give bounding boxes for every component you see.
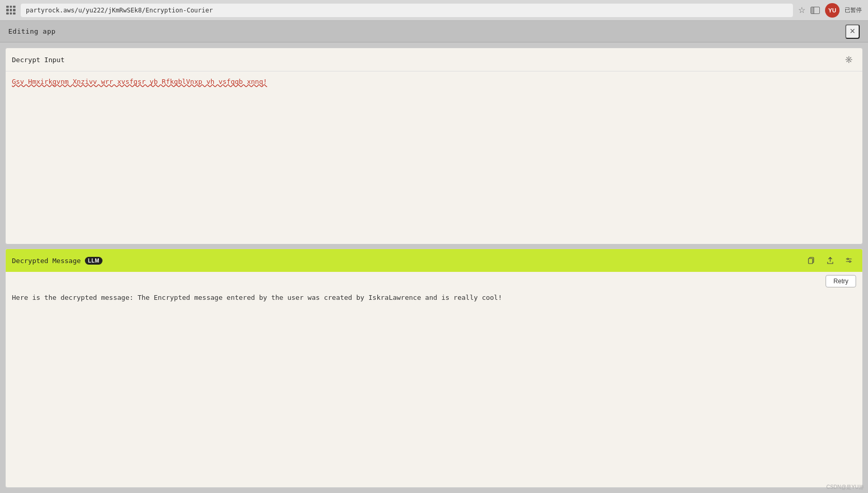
browser-actions: ☆ YU 已暂停	[798, 3, 862, 18]
svg-line-8	[847, 61, 848, 62]
settings-icon	[845, 56, 852, 63]
user-status-label: 已暂停	[845, 6, 862, 14]
svg-line-7	[850, 57, 851, 59]
copy-button[interactable]	[804, 253, 819, 268]
decrypted-message-body: Here is the decrypted message: The Encry…	[6, 287, 862, 487]
retry-row: Retry	[6, 272, 862, 287]
browser-chrome: partyrock.aws/u/yu222/jKmRwSEk8/Encrypti…	[0, 0, 868, 21]
llm-badge: LLM	[85, 257, 102, 265]
app-header: Editing app ×	[0, 21, 868, 42]
app-container: Editing app × Decrypt Input	[0, 21, 868, 493]
export-icon	[827, 257, 834, 264]
svg-point-14	[849, 261, 851, 263]
decrypt-input-header: Decrypt Input	[6, 48, 862, 71]
app-title: Editing app	[8, 27, 845, 35]
decrypt-input-actions	[842, 52, 856, 67]
decrypt-input-settings-button[interactable]	[842, 52, 856, 67]
decrypted-message-actions	[804, 253, 856, 268]
url-text: partyrock.aws/u/yu222/jKmRwSEk8/Encrypti…	[26, 7, 213, 14]
decrypt-input-text: Gsv Hmxirkgvnm Xnzivv wrr xvsfgsr yb Rfk…	[12, 78, 267, 85]
decrypted-message-panel: Decrypted Message LLM	[5, 249, 863, 488]
retry-button[interactable]: Retry	[826, 275, 856, 287]
decrypted-settings-button[interactable]	[842, 253, 856, 268]
decrypted-output-text: Here is the decrypted message: The Encry…	[12, 294, 502, 301]
decrypted-settings-icon	[845, 257, 852, 264]
sidebar-toggle-icon[interactable]	[811, 7, 820, 14]
browser-menu-icon[interactable]	[6, 6, 16, 15]
close-button[interactable]: ×	[845, 24, 860, 39]
svg-point-0	[848, 59, 850, 61]
url-bar[interactable]: partyrock.aws/u/yu222/jKmRwSEk8/Encrypti…	[21, 4, 793, 17]
svg-line-5	[847, 57, 848, 59]
svg-line-6	[850, 61, 851, 62]
svg-point-12	[847, 258, 849, 260]
decrypted-message-header: Decrypted Message LLM	[6, 249, 862, 272]
user-initials: YU	[828, 7, 836, 13]
copy-icon	[808, 257, 815, 264]
watermark: CSDN@是YU游	[827, 484, 864, 491]
user-avatar[interactable]: YU	[825, 3, 840, 18]
decrypt-input-title: Decrypt Input	[12, 56, 65, 64]
bookmark-icon[interactable]: ☆	[798, 5, 805, 15]
decrypted-message-title: Decrypted Message	[12, 257, 81, 265]
decrypt-input-panel: Decrypt Input	[5, 48, 863, 244]
svg-rect-10	[808, 258, 813, 264]
main-content: Decrypt Input	[0, 42, 868, 493]
export-button[interactable]	[823, 253, 837, 268]
decrypt-input-body[interactable]: Gsv Hmxirkgvnm Xnzivv wrr xvsfgsr yb Rfk…	[6, 71, 862, 244]
